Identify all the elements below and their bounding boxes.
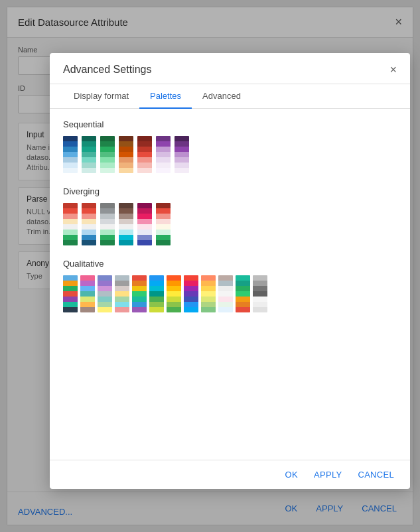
palette-strip[interactable] [149,275,164,312]
palette-strip[interactable] [253,275,267,312]
palette-strip[interactable] [236,275,250,312]
advanced-settings-dialog: Advanced Settings × Display format Palet… [50,53,410,489]
tab-advanced[interactable]: Advanced [192,84,251,109]
palette-strip[interactable] [100,203,115,245]
adv-close-button[interactable]: × [389,64,397,76]
sequential-title: Sequential [63,119,397,129]
adv-tabs: Display format Palettes Advanced [50,84,410,109]
palette-strip[interactable] [100,136,115,173]
palette-strip[interactable] [156,136,171,173]
palette-strip[interactable] [119,136,133,173]
tab-display-format[interactable]: Display format [63,84,139,109]
palette-strip[interactable] [63,203,78,245]
palette-strip[interactable] [156,203,171,245]
sequential-palette-row [63,136,397,173]
palette-strip[interactable] [82,203,96,245]
adv-footer: OK APPLY CANCEL [50,460,410,489]
qualitative-palette-row [63,275,397,312]
diverging-title: Diverging [63,186,397,196]
diverging-palette-row [63,203,397,245]
palette-strip[interactable] [132,275,147,312]
adv-apply-button[interactable]: APPLY [311,467,344,482]
adv-content: Sequential [50,109,410,460]
palette-strip[interactable] [115,275,129,312]
tab-palettes[interactable]: Palettes [139,84,192,109]
palette-strip[interactable] [63,275,78,312]
palette-strip[interactable] [201,275,216,312]
palette-strip[interactable] [80,275,95,312]
palette-strip[interactable] [218,275,233,312]
palette-strip[interactable] [82,136,96,173]
adv-dialog-title: Advanced Settings [63,64,151,76]
palette-strip[interactable] [184,275,198,312]
qualitative-title: Qualitative [63,259,397,269]
palette-strip[interactable] [137,203,152,245]
palette-strip[interactable] [137,136,152,173]
palette-strip[interactable] [175,136,189,173]
palette-strip[interactable] [119,203,133,245]
adv-dialog-header: Advanced Settings × [50,53,410,84]
adv-ok-button[interactable]: OK [283,467,301,482]
palette-strip[interactable] [167,275,181,312]
palette-strip[interactable] [98,275,112,312]
palette-strip[interactable] [63,136,78,173]
adv-cancel-button[interactable]: CANCEL [355,467,397,482]
